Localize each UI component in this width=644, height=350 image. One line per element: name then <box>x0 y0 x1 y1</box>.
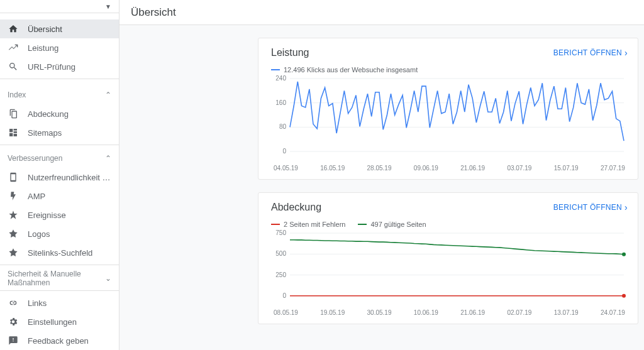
svg-text:160: 160 <box>275 99 286 106</box>
main-panel: Übersicht Leistung BERICHT ÖFFNEN › 12.4… <box>119 0 644 350</box>
coverage-chart: 0250500750 <box>271 229 626 305</box>
nav-label: AMP <box>28 192 111 201</box>
svg-text:0: 0 <box>282 148 286 155</box>
svg-text:750: 750 <box>275 229 286 236</box>
performance-icon <box>8 42 19 53</box>
sidebar-item-0[interactable]: Übersicht <box>0 19 119 38</box>
feedback-icon <box>8 335 19 346</box>
coverage-open-report[interactable]: BERICHT ÖFFNEN › <box>553 202 628 212</box>
nav-label: Abdeckung <box>28 109 111 119</box>
sidebar-item-1-3[interactable]: Logos <box>0 224 119 243</box>
sidebar-item-0-0[interactable]: Abdeckung <box>0 104 119 123</box>
sitemaps-icon <box>8 127 19 138</box>
sidebar: ▼ Übersicht Leistung URL-Prüfung Index⌃ … <box>0 0 119 350</box>
svg-text:80: 80 <box>279 123 287 130</box>
coverage-legend-errors: 2 Seiten mit Fehlern <box>271 221 345 228</box>
performance-chart: 080160240 <box>271 75 626 160</box>
chevron-right-icon: › <box>625 202 628 212</box>
coverage-icon <box>8 108 19 119</box>
nav-label: Logos <box>28 229 111 239</box>
chevron-up-icon: ⌃ <box>105 90 111 99</box>
nav-label: Nutzerfreundlichkeit auf Mo… <box>28 173 111 182</box>
sidebar-item-1[interactable]: Leistung <box>0 38 119 57</box>
sidebar-item-1-4[interactable]: Sitelinks-Suchfeld <box>0 243 119 262</box>
property-selector[interactable]: ▼ <box>0 0 119 13</box>
sidebar-section-0[interactable]: Index⌃ <box>0 85 119 104</box>
events-icon <box>8 209 19 221</box>
performance-card: Leistung BERICHT ÖFFNEN › 12.496 Klicks … <box>258 38 638 180</box>
nav-label: Übersicht <box>28 25 111 34</box>
sidebar-item-1-0[interactable]: Nutzerfreundlichkeit auf Mo… <box>0 168 119 187</box>
nav-label: Sitemaps <box>28 128 111 138</box>
content-area: Leistung BERICHT ÖFFNEN › 12.496 Klicks … <box>119 25 644 350</box>
svg-point-16 <box>622 294 626 298</box>
sidebar-section-1[interactable]: Verbesserungen⌃ <box>0 149 119 168</box>
chevron-up-icon: ⌃ <box>105 154 111 163</box>
sidebar-item-2[interactable]: URL-Prüfung <box>0 57 119 76</box>
mobile-icon <box>8 172 19 183</box>
svg-point-17 <box>622 253 626 256</box>
svg-text:250: 250 <box>275 271 286 278</box>
svg-text:0: 0 <box>282 292 286 299</box>
chevron-down-icon: ⌄ <box>105 274 111 283</box>
sidebar-item-0-1[interactable]: Sitemaps <box>0 123 119 142</box>
amp-icon <box>8 190 19 202</box>
svg-text:500: 500 <box>275 250 286 257</box>
performance-open-report[interactable]: BERICHT ÖFFNEN › <box>553 48 628 58</box>
sitelinks-icon <box>8 247 19 258</box>
dropdown-icon: ▼ <box>105 3 111 10</box>
performance-legend: 12.496 Klicks aus der Websuche insgesamt <box>271 66 418 74</box>
links-icon <box>8 297 19 309</box>
sidebar-footer-1[interactable]: Einstellungen <box>0 312 119 331</box>
nav-label: Einstellungen <box>28 317 111 327</box>
coverage-card: Abdeckung BERICHT ÖFFNEN › 2 Seiten mit … <box>258 192 638 324</box>
sidebar-item-1-1[interactable]: AMP <box>0 187 119 205</box>
chevron-right-icon: › <box>625 48 628 58</box>
home-icon <box>8 23 19 35</box>
nav-label: Feedback geben <box>28 336 111 346</box>
nav-label: Ereignisse <box>28 211 111 220</box>
sidebar-item-1-2[interactable]: Ereignisse <box>0 205 119 224</box>
logos-icon <box>8 228 19 239</box>
nav-label: Links <box>28 298 111 308</box>
svg-text:240: 240 <box>275 75 286 82</box>
nav-label: Leistung <box>28 43 111 53</box>
coverage-card-title: Abdeckung <box>271 202 553 213</box>
sidebar-footer-2[interactable]: Feedback geben <box>0 331 119 350</box>
nav-label: URL-Prüfung <box>28 62 111 72</box>
coverage-legend-valid: 497 gültige Seiten <box>358 221 426 228</box>
sidebar-section-2[interactable]: Sicherheit & Manuelle Maßnahmen⌄ <box>0 269 119 288</box>
nav-label: Sitelinks-Suchfeld <box>28 248 111 258</box>
inspect-icon <box>8 61 19 72</box>
page-title: Übersicht <box>119 0 644 25</box>
sidebar-footer-0[interactable]: Links <box>0 293 119 312</box>
settings-icon <box>8 316 19 327</box>
performance-card-title: Leistung <box>271 47 553 58</box>
